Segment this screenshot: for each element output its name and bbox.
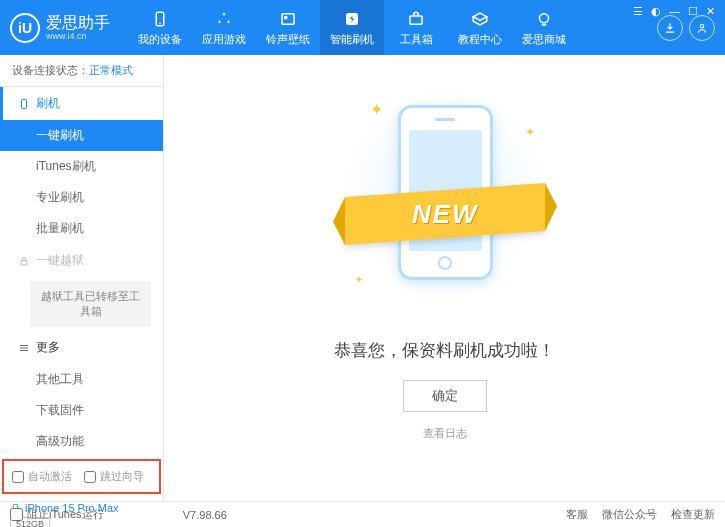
nav-tutorials[interactable]: 教程中心 <box>448 0 512 55</box>
toolbox-icon <box>406 9 426 29</box>
minimize-icon[interactable]: — <box>669 5 680 18</box>
flash-icon <box>342 9 362 29</box>
sidebar-item-pro-flash[interactable]: 专业刷机 <box>0 182 163 213</box>
apps-icon <box>214 9 234 29</box>
nav-store[interactable]: 爱思商城 <box>512 0 576 55</box>
checkbox-block-itunes[interactable]: 阻止iTunes运行 <box>10 507 104 522</box>
nav-ringtones[interactable]: 铃声壁纸 <box>256 0 320 55</box>
tutorial-icon <box>470 9 490 29</box>
titlebar-skin-icon[interactable]: ◐ <box>651 5 661 18</box>
footer-link-update[interactable]: 检查更新 <box>671 507 715 522</box>
sidebar-item-advanced[interactable]: 高级功能 <box>0 426 163 457</box>
version-label: V7.98.66 <box>183 509 227 521</box>
image-icon <box>278 9 298 29</box>
close-icon[interactable]: ✕ <box>706 5 715 18</box>
sidebar-item-one-click-flash[interactable]: 一键刷机 <box>0 120 163 151</box>
nav-toolbox[interactable]: 工具箱 <box>384 0 448 55</box>
svg-point-3 <box>285 16 287 18</box>
nav-apps[interactable]: 应用游戏 <box>192 0 256 55</box>
nav-flash[interactable]: 智能刷机 <box>320 0 384 55</box>
maximize-icon[interactable]: ☐ <box>688 5 698 18</box>
logo[interactable]: iU 爱思助手 www.i4.cn <box>10 13 110 43</box>
nav-my-device[interactable]: 我的设备 <box>128 0 192 55</box>
checkbox-auto-activate[interactable]: 自动激活 <box>12 469 72 484</box>
sidebar-jailbreak-moved[interactable]: 越狱工具已转移至工具箱 <box>30 281 151 327</box>
svg-rect-8 <box>22 99 27 108</box>
sidebar-section-flash[interactable]: 刷机 <box>0 87 163 120</box>
logo-text: 爱思助手 <box>46 15 110 31</box>
lock-icon <box>18 255 30 267</box>
titlebar-menu-icon[interactable]: ☰ <box>633 5 643 18</box>
logo-sub: www.i4.cn <box>46 31 110 41</box>
sidebar: 设备连接状态：正常模式 刷机 一键刷机 iTunes刷机 专业刷机 批量刷机 一… <box>0 55 164 501</box>
download-button[interactable] <box>657 15 683 41</box>
svg-rect-9 <box>21 260 27 265</box>
device-status: 设备连接状态：正常模式 <box>0 55 163 87</box>
svg-rect-5 <box>410 16 422 24</box>
sidebar-section-jailbreak: 一键越狱 <box>0 244 163 277</box>
sidebar-item-other-tools[interactable]: 其他工具 <box>0 364 163 395</box>
svg-rect-2 <box>282 13 294 24</box>
phone-icon <box>18 98 30 110</box>
checkbox-skip-guide[interactable]: 跳过向导 <box>84 469 144 484</box>
footer-link-wechat[interactable]: 微信公众号 <box>602 507 657 522</box>
header: iU 爱思助手 www.i4.cn 我的设备 应用游戏 铃声壁纸 智能刷机 工具… <box>0 0 725 55</box>
sidebar-item-itunes-flash[interactable]: iTunes刷机 <box>0 151 163 182</box>
footer-link-support[interactable]: 客服 <box>566 507 588 522</box>
highlight-box: 自动激活 跳过向导 <box>2 459 161 494</box>
device-icon <box>150 9 170 29</box>
svg-point-7 <box>700 24 704 28</box>
success-illustration: ✦ ✦ ✦ NEW <box>360 95 530 315</box>
store-icon <box>534 9 554 29</box>
main-nav: 我的设备 应用游戏 铃声壁纸 智能刷机 工具箱 教程中心 爱思商城 <box>128 0 576 55</box>
success-message: 恭喜您，保资料刷机成功啦！ <box>334 339 555 362</box>
sidebar-section-more[interactable]: 更多 <box>0 331 163 364</box>
view-log-link[interactable]: 查看日志 <box>423 426 467 441</box>
main-content: ✦ ✦ ✦ NEW 恭喜您，保资料刷机成功啦！ 确定 查看日志 <box>164 55 725 501</box>
list-icon <box>18 342 30 354</box>
sidebar-item-batch-flash[interactable]: 批量刷机 <box>0 213 163 244</box>
ok-button[interactable]: 确定 <box>403 380 487 412</box>
svg-point-6 <box>540 13 549 22</box>
logo-icon: iU <box>10 13 40 43</box>
sidebar-item-download-firmware[interactable]: 下载固件 <box>0 395 163 426</box>
user-button[interactable] <box>689 15 715 41</box>
